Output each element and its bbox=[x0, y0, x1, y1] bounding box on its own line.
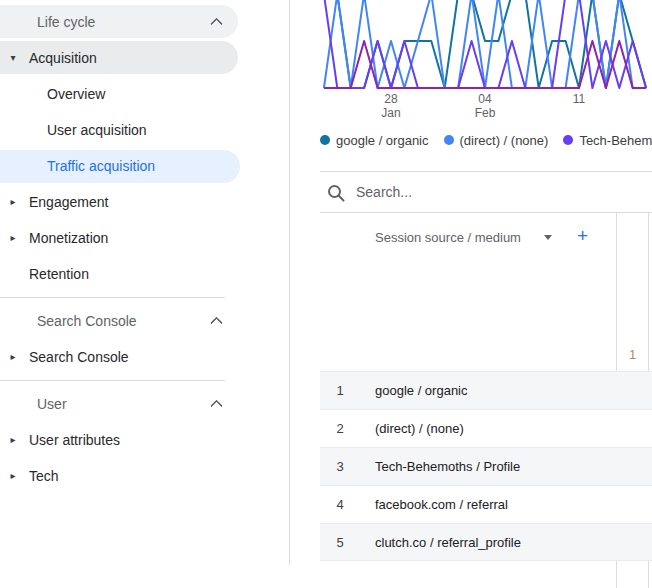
sidebar-item-engagement[interactable]: ▸Engagement bbox=[0, 184, 289, 220]
table-search-input[interactable] bbox=[356, 181, 606, 203]
sidebar-item-label: Retention bbox=[29, 266, 89, 282]
row-rank: 3 bbox=[320, 459, 360, 474]
sidebar-item-label: Engagement bbox=[29, 194, 108, 210]
sidebar-section-label: User bbox=[37, 396, 67, 412]
sidebar-item-label: User attributes bbox=[29, 432, 120, 448]
expand-arrow-right-icon: ▸ bbox=[6, 470, 20, 481]
sidebar-item-tech[interactable]: ▸Tech bbox=[0, 458, 289, 494]
sidebar-section-label: Search Console bbox=[37, 313, 137, 329]
expand-arrow-right-icon: ▸ bbox=[6, 232, 20, 243]
sidebar-item-traffic-acquisition[interactable]: Traffic acquisition bbox=[0, 148, 289, 184]
row-session-source-medium: clutch.co / referral_profile bbox=[375, 535, 521, 550]
sidebar-item-label: Tech bbox=[29, 468, 59, 484]
sidebar-item-label: Traffic acquisition bbox=[47, 158, 155, 174]
legend-dot-icon bbox=[444, 135, 454, 145]
divider bbox=[320, 171, 652, 172]
chart-legend: google / organic(direct) / (none)Tech-Be… bbox=[320, 131, 652, 149]
expand-arrow-right-icon: ▸ bbox=[6, 434, 20, 445]
column-header-session-source-medium[interactable]: Session source / medium bbox=[375, 230, 521, 245]
legend-item-direct-none: (direct) / (none) bbox=[444, 133, 549, 148]
row-session-source-medium: Tech-Behemoths / Profile bbox=[375, 459, 520, 474]
row-rank: 4 bbox=[320, 497, 360, 512]
sidebar-item-acquisition[interactable]: ▾Acquisition bbox=[0, 40, 289, 76]
traffic-source-table: 1google / organic2(direct) / (none)3Tech… bbox=[320, 371, 652, 561]
table-row: 4facebook.com / referral bbox=[320, 485, 652, 523]
legend-dot-icon bbox=[563, 135, 573, 145]
row-rank: 5 bbox=[320, 535, 360, 550]
sidebar-divider bbox=[0, 297, 225, 298]
sidebar-item-search-console[interactable]: ▸Search Console bbox=[0, 339, 289, 375]
legend-dot-icon bbox=[320, 135, 330, 145]
legend-label: Tech-Behemoths / Profile bbox=[579, 133, 652, 148]
row-session-source-medium: (direct) / (none) bbox=[375, 421, 464, 436]
sidebar-item-label: Search Console bbox=[29, 349, 129, 365]
row-rank: 2 bbox=[320, 421, 360, 436]
sidebar-item-label: Monetization bbox=[29, 230, 108, 246]
add-column-button[interactable]: + bbox=[577, 226, 588, 246]
x-axis-tick-label: 04Feb bbox=[463, 92, 507, 120]
chevron-up-icon[interactable] bbox=[210, 316, 223, 329]
sidebar-item-retention[interactable]: Retention bbox=[0, 256, 289, 292]
table-row: 2(direct) / (none) bbox=[320, 409, 652, 447]
sidebar-section-search-console[interactable]: Search Console bbox=[0, 303, 289, 339]
sidebar-item-label: Acquisition bbox=[29, 50, 97, 66]
sidebar-section-user[interactable]: User bbox=[0, 386, 289, 422]
ga4-traffic-acquisition-page: Life cycle▾AcquisitionOverviewUser acqui… bbox=[0, 0, 652, 588]
sidebar-section-label: Life cycle bbox=[37, 14, 95, 30]
legend-item-google-organic: google / organic bbox=[320, 133, 429, 148]
divider bbox=[320, 212, 652, 213]
row-session-source-medium: google / organic bbox=[375, 383, 468, 398]
legend-label: (direct) / (none) bbox=[460, 133, 549, 148]
table-row: 1google / organic bbox=[320, 371, 652, 409]
row-rank: 1 bbox=[320, 383, 360, 398]
expand-arrow-down-icon: ▾ bbox=[6, 52, 20, 63]
chart-line-direct-none bbox=[324, 0, 646, 88]
chevron-up-icon[interactable] bbox=[210, 399, 223, 412]
sidebar-item-monetization[interactable]: ▸Monetization bbox=[0, 220, 289, 256]
sidebar-item-user-attributes[interactable]: ▸User attributes bbox=[0, 422, 289, 458]
row-session-source-medium: facebook.com / referral bbox=[375, 497, 508, 512]
legend-label: google / organic bbox=[336, 133, 429, 148]
expand-arrow-right-icon: ▸ bbox=[6, 196, 20, 207]
table-row: 3Tech-Behemoths / Profile bbox=[320, 447, 652, 485]
search-icon bbox=[326, 183, 346, 203]
sidebar-section-life-cycle[interactable]: Life cycle bbox=[0, 4, 289, 40]
chevron-down-icon[interactable] bbox=[544, 235, 552, 240]
sidebar-item-label: User acquisition bbox=[47, 122, 147, 138]
report-nav-sidebar: Life cycle▾AcquisitionOverviewUser acqui… bbox=[0, 0, 290, 565]
legend-item-tech-behemoths-profile: Tech-Behemoths / Profile bbox=[563, 133, 652, 148]
chart-x-axis: 28Jan04Feb11 bbox=[0, 92, 652, 124]
x-axis-tick-label: 28Jan bbox=[369, 92, 413, 120]
expand-arrow-right-icon: ▸ bbox=[6, 351, 20, 362]
table-row: 5clutch.co / referral_profile bbox=[320, 523, 652, 561]
section-pill-background bbox=[0, 5, 238, 38]
x-axis-tick-label: 11 bbox=[557, 92, 601, 106]
sidebar-divider bbox=[0, 380, 225, 381]
cropped-metric-value: 1 bbox=[629, 347, 636, 362]
